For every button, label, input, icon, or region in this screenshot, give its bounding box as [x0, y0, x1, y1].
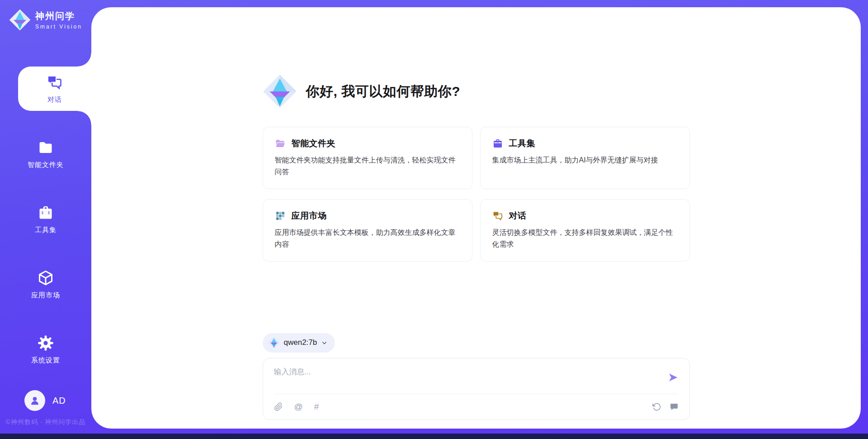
sidebar-item-label: 对话 — [47, 95, 62, 104]
chat-square-icon — [670, 402, 679, 411]
card-smart-folder[interactable]: 智能文件夹 智能文件夹功能支持批量文件上传与清洗，轻松实现文件问答 — [263, 127, 472, 189]
at-icon: @ — [294, 402, 303, 411]
card-description: 集成市场上主流工具，助力AI与外界无缝扩展与对接 — [492, 154, 678, 166]
user-avatar-icon — [24, 390, 45, 411]
topic-button[interactable]: # — [314, 402, 319, 411]
card-app-market[interactable]: 应用市场 应用市场提供丰富长文本模板，助力高效生成多样化文章内容 — [263, 199, 472, 262]
send-button[interactable] — [668, 372, 679, 384]
sidebar-item-label: 系统设置 — [31, 356, 60, 365]
sidebar-item-label: 应用市场 — [31, 291, 60, 300]
card-title: 对话 — [509, 210, 527, 222]
card-description: 应用市场提供丰富长文本模板，助力高效生成多样化文章内容 — [275, 227, 460, 250]
message-input-box: @ # — [263, 358, 690, 420]
grid-icon — [275, 210, 286, 221]
attach-file-button[interactable] — [274, 402, 283, 411]
brand-name: 神州问学 — [35, 10, 82, 22]
card-toolset[interactable]: 工具集 集成市场上主流工具，助力AI与外界无缝扩展与对接 — [480, 127, 690, 189]
sidebar-item-smart-folder[interactable]: 智能文件夹 — [0, 132, 91, 176]
briefcase-icon — [37, 204, 55, 222]
card-description: 智能文件夹功能支持批量文件上传与清洗，轻松实现文件问答 — [275, 154, 460, 178]
paperclip-icon — [274, 402, 283, 411]
folder-icon — [37, 138, 55, 157]
card-title: 工具集 — [509, 138, 536, 149]
history-icon — [652, 402, 661, 411]
chat-bubbles-icon — [46, 73, 64, 91]
card-description: 灵活切换多模型文件，支持多样回复效果调试，满足个性化需求 — [492, 227, 678, 250]
user-label: AD — [52, 396, 66, 406]
greeting-header: 你好, 我可以如何帮助你? — [263, 74, 690, 109]
diamond-logo-icon — [263, 74, 297, 109]
mention-button[interactable]: @ — [294, 402, 303, 411]
diamond-logo-icon — [268, 337, 280, 348]
sidebar-footer-text: ©神州数码 · 神州问学出品 — [0, 418, 91, 426]
card-title: 应用市场 — [292, 210, 327, 222]
message-input[interactable] — [274, 367, 662, 393]
briefcase-icon — [492, 138, 503, 149]
greeting-title: 你好, 我可以如何帮助你? — [306, 82, 461, 101]
chat-bubbles-icon — [492, 210, 503, 221]
cube-icon — [37, 269, 55, 287]
gear-icon — [37, 334, 55, 352]
composer: qwen2:7b — [263, 333, 690, 420]
user-account[interactable]: AD — [24, 390, 66, 411]
brand-logo: 神州问学 Smart Vision — [9, 9, 82, 31]
sidebar-item-settings[interactable]: 系统设置 — [0, 327, 91, 372]
model-selector[interactable]: qwen2:7b — [263, 333, 335, 353]
chevron-down-icon — [321, 339, 328, 346]
diamond-logo-icon — [9, 9, 31, 31]
folder-icon — [275, 138, 286, 149]
feature-cards: 智能文件夹 智能文件夹功能支持批量文件上传与清洗，轻松实现文件问答 工具集 集成… — [263, 127, 690, 262]
sidebar-item-chat[interactable]: 对话 — [18, 67, 91, 111]
history-button[interactable] — [652, 402, 661, 411]
main-panel: 你好, 我可以如何帮助你? 智能文件夹 智能文件夹功能支持批量文件上传与清洗，轻… — [91, 7, 861, 429]
sidebar-item-label: 智能文件夹 — [28, 161, 64, 169]
sidebar: 神州问学 Smart Vision 对话 智能文件夹 — [0, 0, 91, 434]
sidebar-item-app-market[interactable]: 应用市场 — [0, 262, 91, 306]
model-name: qwen2:7b — [284, 338, 317, 347]
card-title: 智能文件夹 — [292, 138, 336, 149]
sidebar-item-label: 工具集 — [35, 226, 57, 234]
page-bottom-bar — [0, 434, 868, 439]
new-chat-button[interactable] — [670, 402, 679, 411]
sidebar-nav: 对话 智能文件夹 工具集 — [0, 67, 91, 392]
hash-icon: # — [314, 402, 319, 411]
brand-subtitle: Smart Vision — [35, 24, 82, 30]
card-chat[interactable]: 对话 灵活切换多模型文件，支持多样回复效果调试，满足个性化需求 — [480, 199, 690, 262]
sidebar-item-toolset[interactable]: 工具集 — [0, 197, 91, 241]
send-icon — [668, 372, 679, 383]
